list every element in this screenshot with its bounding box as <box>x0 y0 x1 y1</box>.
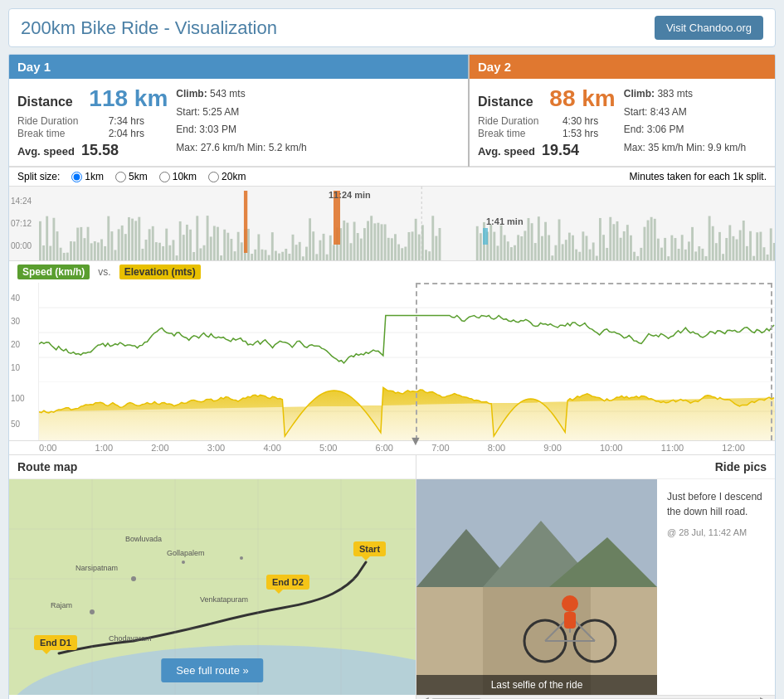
svg-rect-167 <box>636 256 639 261</box>
svg-rect-158 <box>606 248 608 261</box>
svg-rect-163 <box>623 231 626 261</box>
svg-rect-70 <box>275 251 277 261</box>
split-1km-radio[interactable] <box>71 172 82 182</box>
main-content: Day 1 Distance 118 km Ride Duration 7:34… <box>8 54 776 699</box>
day1-climb-value: 543 mts <box>210 88 246 100</box>
side-pic-area: Just before I descend the down hill road… <box>657 479 775 695</box>
svg-rect-125 <box>493 232 495 261</box>
svg-rect-196 <box>736 240 738 261</box>
split-label: Split size: <box>17 171 60 182</box>
svg-rect-55 <box>223 230 226 261</box>
svg-rect-11 <box>73 241 75 261</box>
annotation-1-41: 1:41 min <box>486 216 523 226</box>
svg-rect-91 <box>346 223 348 261</box>
day2-section: Day 2 Distance 88 km Ride Duration 4:30 … <box>470 55 775 167</box>
svg-rect-201 <box>752 256 755 261</box>
svg-rect-135 <box>528 218 530 261</box>
svg-rect-82 <box>315 254 318 261</box>
svg-rect-73 <box>285 249 287 261</box>
split-10km[interactable]: 10km <box>159 171 197 182</box>
speed-chart-svg <box>39 283 775 382</box>
svg-rect-96 <box>363 228 366 261</box>
svg-rect-118 <box>439 228 441 261</box>
svg-rect-46 <box>192 252 195 261</box>
svg-rect-56 <box>226 233 229 261</box>
svg-rect-187 <box>705 256 708 261</box>
svg-rect-153 <box>589 250 592 261</box>
day1-avg-label: Avg. speed <box>17 145 75 158</box>
x-axis: 0:00 1:00 2:00 3:00 4:00 5:00 6:00 7:00 … <box>9 441 775 455</box>
svg-rect-114 <box>425 250 427 261</box>
split-20km-radio[interactable] <box>208 172 219 182</box>
scroll-right-icon[interactable]: ▶ <box>760 694 772 700</box>
day-headers-row: Day 1 Distance 118 km Ride Duration 7:34… <box>9 55 775 167</box>
svg-rect-83 <box>319 240 321 261</box>
bottom-section: Route map <box>9 455 775 699</box>
speed-yaxis: 40 30 20 10 <box>9 283 39 382</box>
vs-label: vs. <box>98 266 110 278</box>
svg-rect-117 <box>435 236 437 261</box>
svg-rect-36 <box>158 243 161 261</box>
svg-rect-12 <box>76 228 79 261</box>
split-1km[interactable]: 1km <box>71 171 104 182</box>
svg-rect-38 <box>165 229 168 261</box>
svg-rect-172 <box>654 219 656 261</box>
svg-rect-159 <box>609 217 611 261</box>
split-5km[interactable]: 5km <box>115 171 148 182</box>
map-start-label: Start <box>353 541 386 556</box>
svg-rect-192 <box>722 254 724 261</box>
svg-rect-202 <box>756 232 758 261</box>
svg-rect-137 <box>534 243 537 261</box>
see-full-route-button[interactable]: See full route » <box>161 658 263 682</box>
map-area: Narsipatnam Gollapalem Bowluvada Rajam C… <box>9 479 416 695</box>
speed-y-30: 30 <box>11 317 37 326</box>
svg-rect-110 <box>411 231 414 261</box>
day2-max-min: Max: 35 km/h Min: 9.9 km/h <box>624 142 746 153</box>
elevation-yaxis: 100 50 <box>9 382 39 440</box>
split-20km[interactable]: 20km <box>208 171 246 182</box>
svg-rect-183 <box>691 227 694 261</box>
day1-end-value: 3:03 PM <box>199 124 236 135</box>
svg-rect-162 <box>620 238 622 261</box>
day2-climb-label: Climb: <box>624 88 655 100</box>
svg-rect-101 <box>381 224 383 261</box>
svg-rect-171 <box>650 217 653 261</box>
svg-rect-18 <box>97 242 100 261</box>
yaxis-label-1: 14:24 <box>11 197 37 206</box>
svg-rect-119 <box>244 191 247 253</box>
map-endd1-label: End D1 <box>34 635 77 650</box>
svg-rect-173 <box>657 239 660 261</box>
x-4: 4:00 <box>263 443 280 453</box>
annotation-11-24: 11:24 min <box>329 190 371 200</box>
svg-rect-147 <box>568 233 571 261</box>
svg-rect-84 <box>323 234 325 261</box>
svg-rect-165 <box>630 235 632 261</box>
svg-text:Rajam: Rajam <box>51 601 72 609</box>
svg-rect-105 <box>394 234 397 261</box>
svg-point-247 <box>562 595 578 612</box>
svg-rect-113 <box>421 225 424 261</box>
svg-rect-133 <box>520 236 523 261</box>
svg-rect-109 <box>408 232 411 261</box>
day2-right-stats: Climb: 383 mts Start: 8:43 AM End: 3:06 … <box>624 85 746 157</box>
svg-rect-77 <box>299 242 301 261</box>
svg-rect-112 <box>418 235 421 261</box>
svg-point-227 <box>240 556 243 560</box>
svg-rect-35 <box>155 242 158 261</box>
x-8: 8:00 <box>488 443 505 453</box>
visit-chandoo-button[interactable]: Visit Chandoo.org <box>655 16 763 40</box>
day1-stat-grid: Ride Duration 7:34 hrs Break time 2:04 h… <box>17 115 168 139</box>
svg-rect-127 <box>500 226 503 261</box>
split-5km-radio[interactable] <box>115 172 126 182</box>
day1-avg-value: 15.58 <box>81 142 119 159</box>
svg-rect-51 <box>210 236 212 261</box>
svg-rect-37 <box>162 246 164 261</box>
split-10km-radio[interactable] <box>159 172 170 182</box>
day1-start-value: 5:25 AM <box>202 106 239 118</box>
svg-rect-102 <box>384 224 387 261</box>
svg-rect-168 <box>640 248 642 261</box>
day2-start-label: Start: <box>624 106 648 118</box>
scrollbar[interactable]: ◀ ▶ <box>416 695 775 699</box>
svg-text:Venkatapuram: Venkatapuram <box>200 595 248 604</box>
svg-rect-75 <box>292 235 295 261</box>
